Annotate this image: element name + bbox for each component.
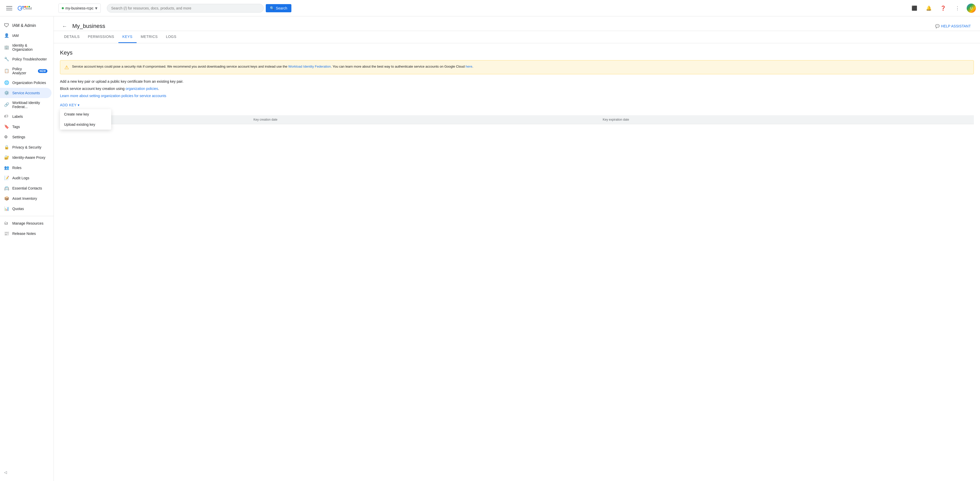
- sidebar-item-settings[interactable]: Settings: [0, 132, 51, 142]
- warning-text-end: .: [473, 65, 473, 68]
- project-selector[interactable]: my-business-rcpc ▾: [59, 3, 101, 13]
- help-icon: ❓: [940, 5, 946, 11]
- sidebar-item-tags[interactable]: Tags: [0, 122, 51, 132]
- sidebar-item-identity-org[interactable]: Identity & Organization: [0, 41, 51, 54]
- sidebar-item-label: Quotas: [12, 207, 48, 211]
- sidebar-item-asset-inventory[interactable]: Asset Inventory: [0, 194, 51, 204]
- info-line2: Block service account key creation using…: [60, 87, 974, 90]
- info-line1: Add a new key pair or upload a public ke…: [60, 79, 974, 84]
- sidebar-header: 🛡 IAM & Admin: [0, 18, 54, 30]
- more-icon: ⋮: [955, 5, 960, 11]
- svg-point-2: [22, 6, 24, 8]
- sidebar-item-roles[interactable]: Roles: [0, 163, 51, 173]
- contacts-icon: [4, 186, 9, 191]
- iap-icon: [4, 155, 9, 160]
- sidebar-item-label: Labels: [12, 114, 48, 119]
- warning-banner: ⚠ Service account keys could pose a secu…: [60, 60, 974, 74]
- sidebar-item-label: Policy Troubleshooter: [12, 57, 48, 61]
- tabs-bar: DETAILS PERMISSIONS KEYS METRICS LOGS: [54, 31, 980, 43]
- sidebar-title: IAM & Admin: [12, 23, 36, 28]
- sidebar-item-quotas[interactable]: Quotas: [0, 204, 51, 214]
- google-cloud-logo[interactable]: Cloud: [18, 5, 48, 11]
- sidebar-footer: ◁: [0, 466, 54, 479]
- upload-existing-key-item[interactable]: Upload existing key: [60, 119, 111, 130]
- help-button[interactable]: ❓: [938, 3, 948, 13]
- sidebar-item-label: Privacy & Security: [12, 145, 48, 149]
- tag-icon: [4, 124, 9, 129]
- search-icon: 🔍: [270, 6, 274, 10]
- info-line3: Learn more about setting organization po…: [60, 94, 974, 98]
- sidebar-collapse-button[interactable]: ◁: [0, 468, 54, 477]
- sidebar-item-essential-contacts[interactable]: Essential Contacts: [0, 183, 51, 194]
- search-button[interactable]: 🔍 Search: [266, 4, 291, 12]
- sidebar-item-label: Workload Identity Federat...: [12, 101, 48, 109]
- header: Cloud my-business-rcpc ▾ 🔍 Search ⬛ 🔔: [0, 0, 980, 16]
- sidebar-item-org-policies[interactable]: Organization Policies: [0, 78, 51, 88]
- sidebar-item-policy-analyzer[interactable]: Policy Analyzer NEW: [0, 64, 51, 78]
- person-icon: [4, 33, 9, 38]
- sidebar-item-iap[interactable]: Identity-Aware Proxy: [0, 152, 51, 163]
- analyzer-icon: [4, 68, 9, 73]
- keys-section-title: Keys: [60, 49, 974, 56]
- here-link[interactable]: here: [466, 65, 473, 68]
- sidebar-item-workload-identity[interactable]: Workload Identity Federat...: [0, 98, 51, 111]
- info-line2-after: .: [158, 87, 159, 90]
- tab-keys[interactable]: KEYS: [118, 31, 137, 43]
- sidebar-item-audit-logs[interactable]: Audit Logs: [0, 173, 51, 183]
- table-header-row: Key ID Key creation date Key expiration …: [60, 115, 974, 124]
- sidebar-item-policy-troubleshooter[interactable]: Policy Troubleshooter: [0, 54, 51, 64]
- sidebar-item-labels[interactable]: Labels: [0, 111, 51, 122]
- sidebar-item-iam[interactable]: IAM: [0, 30, 51, 41]
- sidebar-item-label: Essential Contacts: [12, 186, 48, 190]
- sidebar-item-release-notes[interactable]: Release Notes: [0, 229, 51, 239]
- warning-text-after: . You can learn more about the best way …: [331, 65, 466, 68]
- privacy-icon: [4, 145, 9, 150]
- hamburger-button[interactable]: [4, 3, 14, 13]
- sa-icon: [4, 90, 9, 95]
- setting-org-policies-link[interactable]: Learn more about setting organization po…: [60, 94, 166, 98]
- create-new-key-item[interactable]: Create new key: [60, 109, 111, 119]
- add-key-dropdown: ADD KEY ▾ Create new key Upload existing…: [60, 101, 80, 109]
- label-icon: [4, 114, 9, 119]
- header-left: Cloud: [4, 3, 56, 13]
- org-policies-link[interactable]: organization policies: [126, 87, 158, 90]
- sidebar-item-label: Manage Resources: [12, 221, 48, 225]
- tab-details[interactable]: DETAILS: [60, 31, 84, 43]
- tab-logs[interactable]: LOGS: [162, 31, 180, 43]
- help-assistant-label: HELP ASSISTANT: [941, 24, 971, 28]
- sidebar-item-label: Organization Policies: [12, 81, 48, 85]
- sidebar-item-manage-resources[interactable]: Manage Resources: [0, 218, 51, 229]
- workload-identity-federation-link[interactable]: Workload Identity Federation: [288, 65, 331, 68]
- notification-button[interactable]: 🔔: [924, 3, 934, 13]
- sidebar-item-label: Settings: [12, 135, 48, 139]
- add-key-button[interactable]: ADD KEY ▾: [60, 101, 80, 109]
- search-bar: 🔍 Search: [107, 4, 291, 13]
- search-input[interactable]: [111, 6, 259, 10]
- warning-text-before: Service account keys could pose a securi…: [72, 65, 288, 68]
- sidebar-item-label: Roles: [12, 166, 48, 170]
- sidebar-item-service-accounts[interactable]: Service Accounts: [0, 88, 51, 98]
- keys-table: Key ID Key creation date Key expiration …: [60, 115, 974, 124]
- tab-permissions[interactable]: PERMISSIONS: [84, 31, 118, 43]
- info-line2-before: Block service account key creation using: [60, 87, 126, 90]
- upload-existing-key-label: Upload existing key: [64, 122, 95, 127]
- sidebar-item-label: Release Notes: [12, 232, 48, 236]
- manage-icon: [4, 221, 9, 226]
- svg-point-3: [24, 6, 26, 8]
- svg-point-4: [26, 6, 28, 8]
- more-button[interactable]: ⋮: [952, 3, 963, 13]
- asset-icon: [4, 196, 9, 201]
- header-right: ⬛ 🔔 ❓ ⋮ U: [909, 3, 976, 13]
- help-assistant-button[interactable]: 💬 HELP ASSISTANT: [932, 22, 974, 30]
- sidebar-divider: [0, 216, 54, 216]
- back-button[interactable]: ←: [60, 22, 69, 31]
- policy-icon: [4, 57, 9, 62]
- sidebar-item-label: Asset Inventory: [12, 197, 48, 200]
- tab-metrics[interactable]: METRICS: [137, 31, 162, 43]
- collapse-icon: ◁: [4, 470, 7, 474]
- sidebar-item-label: Policy Analyzer: [12, 67, 35, 75]
- avatar[interactable]: U: [967, 3, 976, 13]
- terminal-button[interactable]: ⬛: [909, 3, 920, 13]
- col-key-creation-date: Key creation date: [249, 115, 599, 124]
- sidebar-item-privacy-security[interactable]: Privacy & Security: [0, 142, 51, 152]
